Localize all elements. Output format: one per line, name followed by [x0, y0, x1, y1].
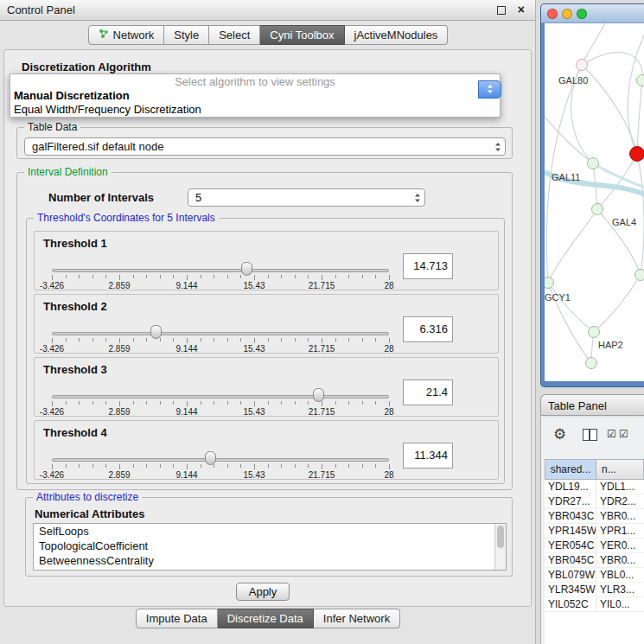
- network-node[interactable]: [588, 326, 600, 338]
- list-item[interactable]: TopologicalCoefficient: [34, 539, 506, 553]
- network-node[interactable]: [576, 59, 588, 71]
- columns-icon[interactable]: [583, 429, 597, 441]
- tab-network[interactable]: Network: [88, 25, 165, 45]
- table-cell: YDL1...: [596, 480, 644, 494]
- tick-mark: [375, 401, 376, 405]
- tab-label: Infer Network: [323, 612, 390, 625]
- tick-mark: [119, 464, 120, 469]
- table-row[interactable]: YER054CYER0...: [545, 539, 644, 553]
- tick-mark: [362, 338, 363, 341]
- table-row[interactable]: YBR043CYBR0...: [545, 509, 644, 524]
- tick-mark: [146, 338, 147, 341]
- tick-mark: [240, 275, 241, 278]
- tab-discretize-data[interactable]: Discretize Data: [218, 609, 314, 628]
- network-edge: [637, 154, 644, 275]
- scrollbar[interactable]: [494, 524, 506, 570]
- tick-mark: [187, 464, 188, 469]
- tab-impute-data[interactable]: Impute Data: [136, 609, 218, 628]
- list-item[interactable]: BetweennessCentrality: [34, 553, 506, 568]
- scale-label: 21.715: [309, 344, 335, 354]
- tick-mark: [389, 464, 390, 469]
- tick-mark: [295, 338, 296, 341]
- number-of-intervals-label: Number of Intervals: [48, 191, 154, 204]
- tick-mark: [348, 275, 349, 278]
- scale-label: -3.426: [40, 344, 64, 354]
- tick-mark: [389, 275, 390, 280]
- algorithm-combobox-button[interactable]: [478, 80, 501, 99]
- scale-label: 2.859: [108, 344, 130, 354]
- tick-mark: [281, 338, 282, 341]
- tab-select[interactable]: Select: [209, 25, 260, 45]
- scale-label: 21.715: [309, 281, 335, 290]
- network-node[interactable]: [636, 74, 644, 86]
- slider-scale: -3.4262.8599.14415.4321.71528: [52, 470, 389, 480]
- table-row[interactable]: YDR27...YDR2...: [545, 494, 644, 509]
- close-icon[interactable]: ×: [518, 3, 525, 16]
- slider-thumb[interactable]: [241, 262, 252, 276]
- thresholds-group: Threshold's Coordinates for 5 Intervals …: [26, 218, 505, 484]
- scale-label: 28: [384, 281, 393, 290]
- tick-mark: [362, 275, 363, 278]
- tab-cyni-toolbox[interactable]: Cyni Toolbox: [260, 25, 344, 45]
- tick-mark: [214, 338, 214, 341]
- tab-jactivemnodules[interactable]: jActiveMNodules: [345, 25, 449, 45]
- algorithm-option[interactable]: Manual Discretization: [10, 89, 500, 103]
- table-row[interactable]: YIL052CYIL0...: [545, 597, 644, 612]
- tab-infer-network[interactable]: Infer Network: [314, 609, 400, 628]
- tick-mark: [281, 401, 282, 405]
- attributes-listbox[interactable]: SelfLoopsTopologicalCoefficientBetweenne…: [33, 523, 507, 571]
- select-columns-checkbox-icon[interactable]: ☑: [619, 428, 628, 440]
- apply-button[interactable]: Apply: [236, 583, 290, 601]
- network-node[interactable]: [629, 146, 644, 162]
- column-header[interactable]: shared...: [545, 459, 596, 480]
- table-data-combobox[interactable]: galFiltered.sif default node: [24, 137, 506, 156]
- slider-track[interactable]: [52, 332, 389, 335]
- tick-mark: [173, 275, 174, 278]
- slider-thumb[interactable]: [313, 388, 324, 402]
- table-row[interactable]: YBR045CYBR0...: [545, 553, 644, 568]
- control-panel-titlebar: Control Panel ×: [0, 0, 535, 21]
- scrollbar-thumb[interactable]: [497, 526, 504, 548]
- network-canvas[interactable]: GAL80GAL11GAL4GCY1HAP2: [545, 23, 644, 381]
- slider-track[interactable]: [52, 395, 389, 399]
- list-item[interactable]: SelfLoops: [34, 524, 506, 539]
- slider-track[interactable]: [52, 458, 389, 462]
- slider-track[interactable]: [52, 269, 389, 272]
- network-node[interactable]: [634, 269, 644, 281]
- column-header[interactable]: n...: [596, 459, 644, 480]
- zoom-light-icon[interactable]: [577, 9, 587, 19]
- close-light-icon[interactable]: [547, 9, 558, 19]
- tick-mark: [119, 338, 120, 343]
- scale-label: 9.144: [175, 281, 197, 290]
- node-label: HAP2: [598, 340, 623, 350]
- select-all-checkbox-icon[interactable]: ☑: [607, 428, 616, 440]
- slider-thumb[interactable]: [150, 325, 162, 339]
- interval-definition-group: Interval Definition Number of Intervals …: [16, 172, 513, 490]
- tab-style[interactable]: Style: [164, 25, 209, 45]
- minimize-light-icon[interactable]: [562, 9, 572, 19]
- table-row[interactable]: YDL19...YDL1...: [545, 480, 644, 494]
- threshold-value-field[interactable]: 11.344: [403, 443, 453, 469]
- algorithm-option[interactable]: Equal Width/Frequency Discretization: [10, 103, 500, 117]
- scale-label: -3.426: [40, 281, 64, 290]
- threshold-value-field[interactable]: 21.4: [403, 379, 453, 405]
- tick-mark: [133, 338, 134, 341]
- chevron-updown-icon: [411, 193, 424, 203]
- tick-mark: [227, 338, 228, 341]
- network-node[interactable]: [591, 203, 603, 215]
- gear-icon[interactable]: ⚙: [553, 425, 566, 443]
- tick-mark: [66, 401, 67, 405]
- table-row[interactable]: YLR345WYLR3...: [545, 583, 644, 597]
- tick-mark: [52, 275, 53, 280]
- float-window-icon[interactable]: [497, 6, 506, 15]
- network-node[interactable]: [587, 157, 599, 169]
- threshold-value-field[interactable]: 14.713: [403, 253, 453, 279]
- number-of-intervals-combobox[interactable]: 5: [188, 188, 425, 207]
- table-row[interactable]: YBL079WYBL0...: [545, 568, 644, 583]
- tick-mark: [335, 275, 336, 278]
- slider-thumb[interactable]: [205, 451, 216, 465]
- table-row[interactable]: YPR145WYPR1...: [545, 524, 644, 539]
- network-node[interactable]: [585, 357, 597, 369]
- numerical-attributes-label: Numerical Attributes: [35, 507, 144, 520]
- threshold-value-field[interactable]: 6.316: [403, 316, 453, 342]
